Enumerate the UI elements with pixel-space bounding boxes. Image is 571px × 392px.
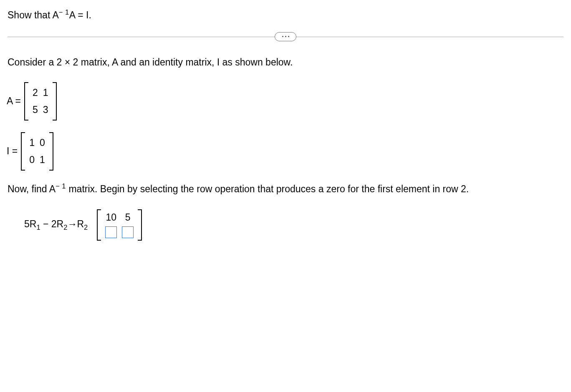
row-operation-expression: 5R1 − 2R2→R2 xyxy=(24,219,88,232)
answer-input-r2c1[interactable] xyxy=(105,226,117,238)
arrow-icon: → xyxy=(67,219,77,229)
matrix-i: 1 0 0 1 xyxy=(21,132,53,171)
matrix-cell: 0 xyxy=(29,154,35,166)
nowfind-exp: − 1 xyxy=(56,182,66,190)
result-matrix: 10 5 xyxy=(97,209,142,241)
matrix-cell: 0 xyxy=(40,137,45,148)
bracket-left-icon xyxy=(24,82,28,121)
bracket-right-icon xyxy=(53,82,57,121)
rowop-part: R xyxy=(77,219,84,229)
rowop-sub: 2 xyxy=(84,224,88,231)
matrix-cell: 5 xyxy=(33,104,38,116)
problem-pre: Show that A xyxy=(8,10,59,20)
nowfind-post: matrix. Begin by selecting the row opera… xyxy=(66,183,469,194)
matrix-a: 2 1 5 3 xyxy=(24,82,57,121)
consider-text: Consider a 2 × 2 matrix, A and an identi… xyxy=(8,57,563,68)
matrix-a-label: A = xyxy=(7,95,21,107)
matrix-cell: 3 xyxy=(43,104,48,116)
matrix-cell: 1 xyxy=(40,154,45,166)
bracket-right-icon xyxy=(49,132,53,171)
matrix-i-label: I = xyxy=(7,146,18,157)
matrix-cell: 2 xyxy=(33,87,38,98)
ellipsis-icon xyxy=(282,36,283,37)
answer-input-r2c2[interactable] xyxy=(122,226,134,238)
row-operation-line: 5R1 − 2R2→R2 10 5 xyxy=(24,209,563,241)
bracket-left-icon xyxy=(97,209,101,241)
problem-post: A = I. xyxy=(69,10,91,20)
problem-statement: Show that A− 1A = I. xyxy=(8,8,563,21)
matrix-cell: 5 xyxy=(122,212,134,223)
rowop-sub: 1 xyxy=(36,224,40,231)
rowop-part: − 2R xyxy=(40,219,64,229)
nowfind-pre: Now, find A xyxy=(8,183,56,194)
matrix-a-row: A = 2 1 5 3 xyxy=(7,82,563,121)
instruction-text: Now, find A− 1 matrix. Begin by selectin… xyxy=(8,182,563,195)
bracket-right-icon xyxy=(138,209,142,241)
ellipsis-icon xyxy=(288,36,289,37)
rowop-part: 5R xyxy=(24,219,36,229)
matrix-cell: 1 xyxy=(43,87,48,98)
matrix-i-row: I = 1 0 0 1 xyxy=(7,132,563,171)
matrix-cell: 10 xyxy=(105,212,117,223)
ellipsis-icon xyxy=(285,36,286,37)
expand-pill[interactable] xyxy=(275,32,296,41)
matrix-cell: 1 xyxy=(29,137,35,148)
problem-exponent: − 1 xyxy=(59,8,69,16)
bracket-left-icon xyxy=(21,132,25,171)
